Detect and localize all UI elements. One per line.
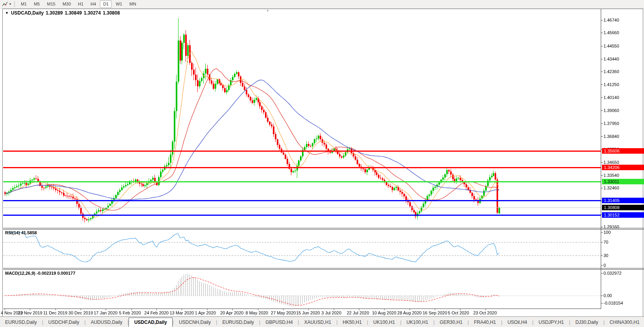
ohlc-open: 1.30289 bbox=[46, 10, 63, 16]
timeframe-button-W1[interactable]: W1 bbox=[112, 0, 125, 8]
chart-tab-USDCHF-Daily[interactable]: USDCHF,Daily bbox=[43, 318, 85, 327]
timeframe-button-D1[interactable]: D1 bbox=[100, 0, 112, 8]
ohlc-close: 1.30808 bbox=[103, 10, 120, 16]
dropdown-caret-icon[interactable]: ▼ bbox=[9, 2, 12, 6]
ohlc-high: 1.30849 bbox=[65, 10, 82, 16]
chart-title-collapse-icon[interactable]: ▼ bbox=[5, 11, 9, 15]
chart-tab-USDJPY-H1[interactable]: USDJPY,H1 bbox=[534, 318, 569, 327]
toolbar-grip[interactable] bbox=[14, 2, 15, 7]
macd-indicator-label: MACD(12,26,9) -0.002319 0.000177 bbox=[5, 271, 75, 276]
timeframe-buttons: M1M5M15M30H1H4D1W1MN bbox=[17, 0, 140, 8]
chart-tab-UK100-H1[interactable]: UK100,H1 bbox=[368, 318, 400, 327]
price-chart-canvas[interactable] bbox=[0, 0, 644, 327]
timeframe-button-M30[interactable]: M30 bbox=[59, 0, 74, 8]
chart-tab-EURUSD-Daily[interactable]: EURUSD,Daily bbox=[217, 318, 259, 327]
chart-tab-XAUUSD-H1[interactable]: XAUUSD,H1 bbox=[299, 318, 337, 327]
mt4-terminal-window: ▼ M1M5M15M30H1H4D1W1MN ▼USDCAD,Daily1.30… bbox=[0, 0, 644, 327]
chart-tab-USDCNH-Daily[interactable]: USDCNH,Daily bbox=[174, 318, 216, 327]
chart-tab-bar: EURUSD,Daily|USDCHF,Daily|AUDUSD,Daily|U… bbox=[0, 316, 644, 327]
timeframe-toolbar: ▼ M1M5M15M30H1H4D1W1MN bbox=[0, 0, 644, 9]
chart-tab-CHINA300-H1[interactable]: CHINA300,H1 bbox=[605, 318, 644, 327]
chart-tab-USOil-H4[interactable]: USOil,H4 bbox=[502, 318, 532, 327]
timeframe-button-M1[interactable]: M1 bbox=[18, 0, 30, 8]
chart-tab-GER30-H1[interactable]: GER30,H1 bbox=[434, 318, 467, 327]
chart-tab-EURUSD-Daily[interactable]: EURUSD,Daily bbox=[0, 318, 42, 327]
chart-title: ▼USDCAD,Daily1.302891.308491.302741.3080… bbox=[5, 10, 122, 16]
timeframe-button-MN[interactable]: MN bbox=[126, 0, 139, 8]
timeframe-button-H1[interactable]: H1 bbox=[75, 0, 86, 8]
chart-marker-icon: ▼ bbox=[266, 9, 269, 13]
timeframe-button-M15[interactable]: M15 bbox=[44, 0, 58, 8]
chart-tab-DJ30-Daily[interactable]: DJ30,Daily bbox=[570, 318, 603, 327]
chart-tab-HK50-H1[interactable]: HK50,H1 bbox=[338, 318, 367, 327]
chart-tab-GBPUSD-H4[interactable]: GBPUSD,H4 bbox=[260, 318, 298, 327]
chart-tab-USDCAD-Daily[interactable]: USDCAD,Daily bbox=[129, 318, 172, 327]
ohlc-low: 1.30274 bbox=[84, 10, 101, 16]
chart-tab-FRA40-H1[interactable]: FRA40,H1 bbox=[469, 318, 501, 327]
chart-symbol-label: USDCAD,Daily bbox=[11, 10, 44, 16]
charts-toolbar-icon[interactable] bbox=[1, 1, 9, 7]
rsi-indicator-label: RSI(14) 41.5858 bbox=[5, 230, 37, 235]
timeframe-button-M5[interactable]: M5 bbox=[31, 0, 43, 8]
chart-tab-UK100-H1[interactable]: UK100,H1 bbox=[401, 318, 433, 327]
timeframe-button-H4[interactable]: H4 bbox=[87, 0, 99, 8]
chart-tab-AUDUSD-Daily[interactable]: AUDUSD,Daily bbox=[86, 318, 128, 327]
